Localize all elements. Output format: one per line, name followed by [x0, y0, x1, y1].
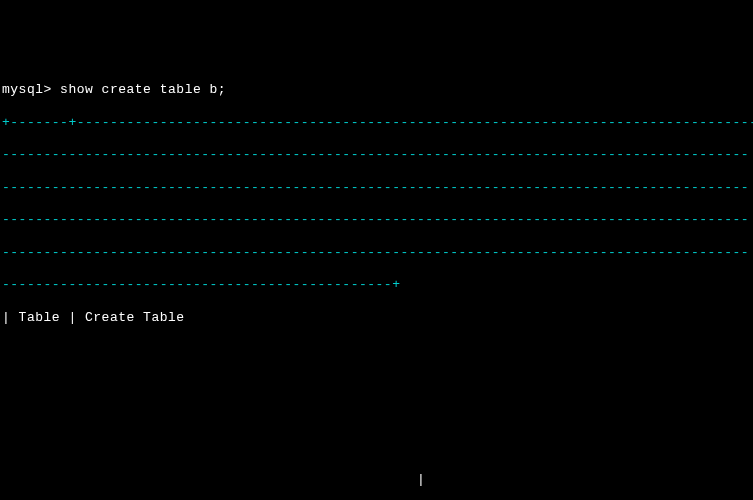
separator-end: ----------------------------------------…	[2, 277, 751, 293]
blank-line	[2, 440, 751, 456]
separator-line: ----------------------------------------…	[2, 245, 751, 261]
command-text: show create table b;	[60, 82, 226, 97]
blank-line	[2, 407, 751, 423]
separator-line: ----------------------------------------…	[2, 180, 751, 196]
blank-line	[2, 342, 751, 358]
separator-top: +-------+-------------------------------…	[2, 115, 751, 131]
separator-line: ----------------------------------------…	[2, 212, 751, 228]
separator-line: ----------------------------------------…	[2, 147, 751, 163]
command-line[interactable]: mysql> show create table b;	[2, 82, 751, 98]
header-end-pipe: |	[2, 472, 751, 488]
terminal-output: mysql> show create table b; +-------+---…	[0, 65, 753, 500]
blank-line	[2, 375, 751, 391]
header-row: | Table | Create Table	[2, 310, 751, 326]
mysql-prompt: mysql>	[2, 82, 60, 97]
